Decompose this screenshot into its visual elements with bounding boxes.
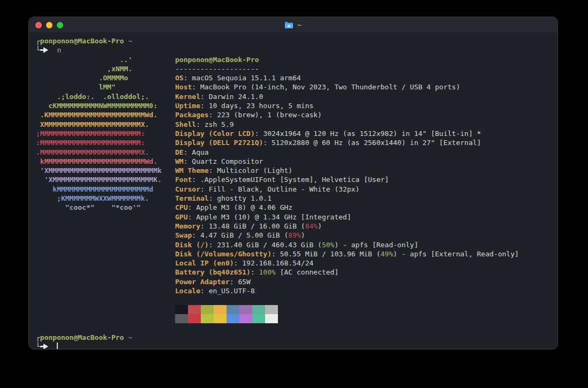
prompt-arrow-icon bbox=[40, 344, 49, 349]
info-line: Font: .AppleSystemUIFont [System], Helve… bbox=[175, 175, 519, 184]
prompt-user-host: ponponon@MacBook-Pro bbox=[40, 333, 124, 341]
window-title: ~ bbox=[29, 17, 557, 33]
prompt-bottom-line1: ┌ponponon@MacBook-Pro ~ bbox=[36, 333, 557, 342]
info-line: GPU: Apple M3 (10) @ 1.34 GHz [Integrate… bbox=[175, 212, 519, 222]
ascii-art-line: .KMMMMMMMMMMMMMMMMMMMMMMMWd. bbox=[36, 110, 175, 119]
palette-swatch bbox=[265, 314, 278, 323]
palette-swatch bbox=[214, 314, 227, 323]
info-line: Uptime: 10 days, 23 hours, 5 mins bbox=[175, 101, 519, 110]
prompt-corner-bottom: └ bbox=[36, 46, 40, 54]
palette-swatch bbox=[201, 305, 214, 314]
info-line: DE: Aqua bbox=[175, 148, 519, 157]
palette-row bbox=[175, 314, 557, 323]
blank-line bbox=[36, 323, 557, 332]
info-line: Shell: zsh 5.9 bbox=[175, 120, 519, 129]
ascii-art-line: ,xNMM. bbox=[36, 64, 175, 73]
info-line: Host: MacBook Pro (14-inch, Nov 2023, Tw… bbox=[175, 82, 519, 92]
palette-swatch bbox=[252, 314, 265, 323]
info-line: CPU: Apple M3 (8) @ 4.06 GHz bbox=[175, 203, 519, 212]
prompt-corner-top: ┌ bbox=[36, 37, 40, 45]
palette-swatch bbox=[214, 305, 227, 314]
folder-icon bbox=[284, 21, 293, 29]
info-line: Power Adapter: 65W bbox=[175, 277, 519, 286]
info-line: Local IP (en0): 192.168.168.54/24 bbox=[175, 258, 519, 268]
prompt-corner-top: ┌ bbox=[36, 333, 40, 341]
fetch-separator: -------------------- bbox=[175, 64, 519, 73]
ascii-art-line: kMMMMMMMMMMMMMMMMMMMMMMd bbox=[36, 185, 175, 194]
palette-swatch bbox=[252, 305, 265, 314]
ascii-art-line: ;KMMMMMMMWXXWMMMMMMMk. bbox=[36, 194, 175, 203]
info-line: Display (Color LCD): 3024x1964 @ 120 Hz … bbox=[175, 129, 519, 138]
ascii-art-line: XMMMMMMMMMMMMMMMMMMMMMMMX. bbox=[36, 120, 175, 129]
palette-swatch bbox=[239, 314, 252, 323]
ascii-art-line: .OMMMMo bbox=[36, 73, 175, 82]
info-line: WM Theme: Multicolor (Light) bbox=[175, 166, 519, 175]
palette-swatch bbox=[188, 314, 201, 323]
prompt-arrow-icon bbox=[40, 47, 49, 53]
close-button[interactable] bbox=[35, 22, 42, 28]
info-line: WM: Quartz Compositor bbox=[175, 157, 519, 166]
prompt-top-line1: ┌ponponon@MacBook-Pro ~ bbox=[36, 36, 557, 45]
prompt-bottom-line2: └ bbox=[36, 342, 557, 349]
palette-swatch bbox=[175, 314, 188, 323]
prompt-user-host: ponponon@MacBook-Pro bbox=[40, 37, 124, 45]
ascii-art-line: 'XMMMMMMMMMMMMMMMMMMMMMMMMMMk bbox=[36, 166, 175, 175]
ascii-art-line: 'XMMMMMMMMMMMMMMMMMMMMMMMMK. bbox=[36, 175, 175, 184]
info-line: Swap: 4.47 GiB / 5.00 GiB (89%) bbox=[175, 231, 519, 240]
palette-swatch bbox=[201, 314, 214, 323]
prompt-path: ~ bbox=[128, 333, 132, 341]
palette-row bbox=[175, 305, 557, 314]
info-line: Terminal: ghostty 1.0.1 bbox=[175, 194, 519, 203]
info-line: Disk (/Volumes/Ghostty): 50.55 MiB / 103… bbox=[175, 249, 519, 258]
palette-swatch bbox=[227, 314, 239, 323]
ascii-art-line: ..' bbox=[36, 55, 175, 64]
palette-swatch bbox=[175, 305, 188, 314]
terminal-window: ~ ┌ponponon@MacBook-Pro ~ └ n ..' ,xNMM.… bbox=[28, 17, 558, 349]
ascii-art-line: .MMMMMMMMMMMMMMMMMMMMMMMMX. bbox=[36, 148, 175, 157]
info-line: Disk (/): 231.40 GiB / 460.43 GiB (50%) … bbox=[175, 240, 519, 249]
ascii-art-line: :MMMMMMMMMMMMMMMMMMMMMMMM: bbox=[36, 138, 175, 147]
zoom-button[interactable] bbox=[57, 22, 63, 28]
info-line: Battery (bq40z651): 100% [AC connected] bbox=[175, 268, 519, 277]
palette-swatch bbox=[239, 305, 252, 314]
terminal-content[interactable]: ┌ponponon@MacBook-Pro ~ └ n ..' ,xNMM. .… bbox=[29, 33, 557, 349]
prompt-command: n bbox=[57, 46, 61, 54]
text-cursor bbox=[57, 343, 58, 349]
blank-line bbox=[36, 295, 557, 305]
info-line: Memory: 13.48 GiB / 16.00 GiB (84%) bbox=[175, 222, 519, 231]
neofetch-output: ..' ,xNMM. .OMMMMo lMM" .;loddo:. .ollod… bbox=[36, 55, 557, 296]
traffic-lights bbox=[29, 22, 63, 28]
prompt-path: ~ bbox=[128, 37, 132, 45]
window-title-text: ~ bbox=[297, 21, 302, 29]
palette-swatch bbox=[188, 305, 201, 314]
info-line: OS: macOS Sequoia 15.1.1 arm64 bbox=[175, 73, 519, 82]
ascii-art-line: .;loddo:. .olloddol;. bbox=[36, 92, 175, 101]
palette-swatch bbox=[265, 305, 278, 314]
color-palette bbox=[175, 305, 557, 324]
ascii-art-line: "cooc*" "*coo'" bbox=[36, 203, 175, 212]
ascii-art-line: cKMMMMMMMMMMNWMMMMMMMMMM0: bbox=[36, 101, 175, 110]
fetch-title: ponponon@MacBook-Pro bbox=[175, 55, 519, 64]
prompt-top-line2: └ n bbox=[36, 45, 557, 55]
info-line: Display (DELL P2721Q): 5120x2880 @ 60 Hz… bbox=[175, 138, 519, 147]
minimize-button[interactable] bbox=[46, 22, 52, 28]
info-line: Kernel: Darwin 24.1.0 bbox=[175, 92, 519, 101]
palette-swatch bbox=[227, 305, 239, 314]
info-line: Cursor: Fill - Black, Outline - White (3… bbox=[175, 185, 519, 194]
prompt-corner-bottom: └ bbox=[36, 343, 40, 349]
titlebar[interactable]: ~ bbox=[29, 17, 557, 33]
ascii-art-line: kMMMMMMMMMMMMMMMMMMMMMMMMWd. bbox=[36, 157, 175, 166]
ascii-art: ..' ,xNMM. .OMMMMo lMM" .;loddo:. .ollod… bbox=[36, 55, 175, 296]
ascii-art-line: lMM" bbox=[36, 82, 175, 92]
info-line: Packages: 223 (brew), 1 (brew-cask) bbox=[175, 110, 519, 119]
ascii-art-line: ;MMMMMMMMMMMMMMMMMMMMMMMM: bbox=[36, 129, 175, 138]
fetch-info: ponponon@MacBook-Pro--------------------… bbox=[175, 55, 519, 296]
info-line: Locale: en_US.UTF-8 bbox=[175, 286, 519, 295]
